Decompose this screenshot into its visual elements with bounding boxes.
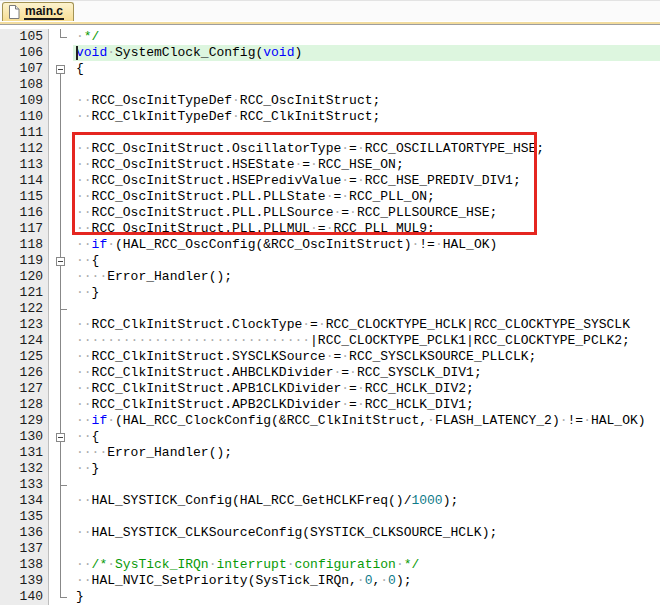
code-line[interactable]: ··if·(HAL_RCC_OscConfig(&RCC_OscInitStru…	[73, 237, 660, 253]
fold-margin	[49, 557, 73, 573]
code-line[interactable]: ··}	[73, 285, 660, 301]
fold-minus	[58, 69, 63, 70]
code-line[interactable]: ··RCC_OscInitStruct.HSEState·=·RCC_HSE_O…	[73, 157, 660, 173]
code-line[interactable]: ··RCC_OscInitStruct.PLL.PLLSource·=·RCC_…	[73, 205, 660, 221]
code-token: =	[310, 317, 318, 332]
code-line-row: 125··RCC_ClkInitStruct.SYSCLKSource·=·RC…	[0, 349, 660, 365]
whitespace-dots: ·	[341, 141, 349, 156]
line-number: 120	[0, 269, 49, 285]
fold-line	[60, 381, 61, 397]
code-line[interactable]: ··}	[73, 461, 660, 477]
code-line[interactable]: ··RCC_OscInitStruct.PLL.PLLState·=·RCC_P…	[73, 189, 660, 205]
code-line[interactable]: ··HAL_SYSTICK_CLKSourceConfig(SYSTICK_CL…	[73, 525, 660, 541]
code-line[interactable]: ····Error_Handler();	[73, 269, 660, 285]
code-token: !=	[419, 237, 435, 252]
code-line[interactable]	[73, 301, 660, 317]
code-line[interactable]: ··if·(HAL_RCC_ClockConfig(&RCC_ClkInitSt…	[73, 413, 660, 429]
code-line[interactable]: ··RCC_ClkInitTypeDef·RCC_ClkInitStruct;	[73, 109, 660, 125]
line-number: 115	[0, 189, 49, 205]
code-line[interactable]: }	[73, 589, 660, 605]
line-number: 124	[0, 333, 49, 349]
code-token: HAL_OK)	[591, 413, 646, 428]
code-line[interactable]: ··/*·SysTick_IRQn·interrupt·configuratio…	[73, 557, 660, 573]
code-line[interactable]: ··{	[73, 253, 660, 269]
code-line-row: 110··RCC_ClkInitTypeDef·RCC_ClkInitStruc…	[0, 109, 660, 125]
whitespace-dots: ·	[357, 141, 365, 156]
code-line-row: 138··/*·SysTick_IRQn·interrupt·configura…	[0, 557, 660, 573]
code-line[interactable]: ··RCC_ClkInitStruct.SYSCLKSource·=·RCC_S…	[73, 349, 660, 365]
code-line[interactable]	[73, 125, 660, 141]
code-token: }	[92, 461, 100, 476]
code-line[interactable]: ··RCC_OscInitStruct.HSEPredivValue·=·RCC…	[73, 173, 660, 189]
fold-margin	[49, 205, 73, 221]
whitespace-dots: ··	[76, 317, 92, 332]
code-line[interactable]: {	[73, 61, 660, 77]
code-line[interactable]: ··RCC_ClkInitStruct.APB2CLKDivider·=·RCC…	[73, 397, 660, 413]
code-line-row: 136··HAL_SYSTICK_CLKSourceConfig(SYSTICK…	[0, 525, 660, 541]
code-line[interactable]: ··{	[73, 429, 660, 445]
code-line[interactable]: ··HAL_NVIC_SetPriority(SysTick_IRQn,·0,·…	[73, 573, 660, 589]
line-number: 121	[0, 285, 49, 301]
code-line-row: 131····Error_Handler();	[0, 445, 660, 461]
code-line[interactable]: ······························|RCC_CLOCK…	[73, 333, 660, 349]
line-number: 132	[0, 461, 49, 477]
code-line[interactable]: ··RCC_OscInitTypeDef·RCC_OscInitStruct;	[73, 93, 660, 109]
code-line[interactable]: ··RCC_ClkInitStruct.APB1CLKDivider·=·RCC…	[73, 381, 660, 397]
code-line-row: 124······························|RCC_CL…	[0, 333, 660, 349]
whitespace-dots: ··	[76, 397, 92, 412]
fold-line	[60, 93, 61, 109]
code-token: RCC_PLL_MUL9;	[333, 221, 434, 236]
code-line-row: 137	[0, 541, 660, 557]
code-line[interactable]	[73, 477, 660, 493]
line-number: 136	[0, 525, 49, 541]
code-token: }	[92, 285, 100, 300]
code-line[interactable]: ··RCC_OscInitStruct.PLL.PLLMUL·=·RCC_PLL…	[73, 221, 660, 237]
code-token: 0	[388, 573, 396, 588]
fold-toggle-icon[interactable]	[56, 65, 65, 74]
line-number: 105	[0, 29, 49, 45]
whitespace-dots: ··	[76, 493, 92, 508]
code-line[interactable]: ····Error_Handler();	[73, 445, 660, 461]
whitespace-dots: ··	[76, 285, 92, 300]
code-token: =	[349, 397, 357, 412]
fold-line	[60, 557, 61, 573]
whitespace-dots: ·	[341, 381, 349, 396]
code-line[interactable]: ·*/	[73, 29, 660, 45]
code-token: if	[92, 237, 108, 252]
line-number: 138	[0, 557, 49, 573]
whitespace-dots: ··	[76, 573, 92, 588]
whitespace-dots: ·	[357, 397, 365, 412]
line-number: 111	[0, 125, 49, 141]
code-editor-window: main.c 105·*/106void·SystemClock_Config(…	[0, 0, 660, 606]
line-number: 134	[0, 493, 49, 509]
whitespace-dots: ·	[341, 349, 349, 364]
line-number: 113	[0, 157, 49, 173]
code-token: RCC_PLL_ON;	[349, 189, 435, 204]
fold-margin	[49, 381, 73, 397]
code-token: RCC_SYSCLK_DIV1;	[357, 365, 482, 380]
code-token: configuration	[295, 557, 396, 572]
code-line[interactable]	[73, 541, 660, 557]
editor-area[interactable]: 105·*/106void·SystemClock_Config(void)10…	[0, 25, 660, 606]
whitespace-dots: ·	[107, 557, 115, 572]
tab-main-c[interactable]: main.c	[2, 2, 74, 21]
code-line[interactable]: ··RCC_OscInitStruct.OscillatorType·=·RCC…	[73, 141, 660, 157]
code-line[interactable]: ··RCC_ClkInitStruct.AHBCLKDivider·=·RCC_…	[73, 365, 660, 381]
fold-toggle-icon[interactable]	[56, 433, 65, 442]
whitespace-dots: ··	[76, 157, 92, 172]
fold-toggle-icon[interactable]	[56, 257, 65, 266]
code-line[interactable]: ··RCC_ClkInitStruct.ClockType·=·RCC_CLOC…	[73, 317, 660, 333]
code-token: 1000	[411, 493, 442, 508]
fold-line	[60, 573, 61, 589]
line-number: 112	[0, 141, 49, 157]
code-token: RCC_ClkInitStruct;	[240, 109, 380, 124]
code-token: RCC_ClkInitStruct.ClockType	[92, 317, 303, 332]
whitespace-dots: ··	[76, 557, 92, 572]
code-line[interactable]	[73, 509, 660, 525]
code-line[interactable]: void·SystemClock_Config(void)	[73, 45, 660, 61]
fold-margin	[49, 157, 73, 173]
code-line[interactable]: ··HAL_SYSTICK_Config(HAL_RCC_GetHCLKFreq…	[73, 493, 660, 509]
code-line[interactable]	[73, 77, 660, 93]
code-token: if	[92, 413, 108, 428]
code-token: )	[294, 45, 302, 60]
